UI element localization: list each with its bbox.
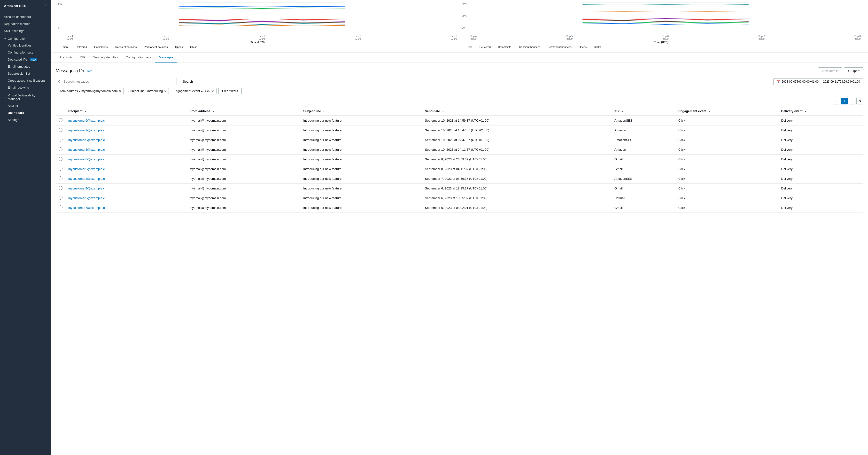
next-page-button[interactable]: › bbox=[848, 98, 856, 104]
row-subject-line: Introducing our new feature! bbox=[300, 174, 422, 184]
row-radio-cell[interactable] bbox=[56, 145, 65, 155]
row-select-radio[interactable] bbox=[59, 138, 62, 142]
row-subject-line: Introducing our new feature! bbox=[300, 184, 422, 193]
export-button[interactable]: ↑ Export bbox=[844, 67, 863, 74]
row-select-radio[interactable] bbox=[59, 176, 62, 180]
row-select-radio[interactable] bbox=[59, 167, 62, 171]
sort-isp-icon[interactable]: ▼ bbox=[621, 110, 624, 113]
sidebar-close-button[interactable]: × bbox=[45, 3, 47, 8]
row-recipient[interactable]: mycustomer1@example.c... bbox=[65, 125, 187, 135]
right-legend-permanent-bounces: Permanent bounces bbox=[543, 46, 571, 49]
row-recipient[interactable]: mycustomer0@example.c... bbox=[65, 135, 187, 145]
row-recipient[interactable]: mycustomer3@example.c... bbox=[65, 174, 187, 184]
row-recipient[interactable]: mycustomer9@example.c... bbox=[65, 116, 187, 125]
filter-tag-from-address-label: From address = myemail@mydomain.com bbox=[58, 89, 118, 93]
row-subject-line: Introducing our new feature! bbox=[300, 155, 422, 164]
col-delivery-event: Delivery event ▼ bbox=[778, 107, 863, 116]
date-range-text: 2023-09-05T00:00:00+01:00 — 2023-09-11T2… bbox=[781, 80, 860, 83]
sidebar-header: Amazon SES × bbox=[0, 0, 51, 11]
row-radio-cell[interactable] bbox=[56, 135, 65, 145]
tab-isp[interactable]: ISP bbox=[76, 53, 89, 62]
row-engagement-event: Click bbox=[676, 135, 778, 145]
sidebar-item-dashboard[interactable]: Dashboard bbox=[2, 109, 51, 116]
row-recipient[interactable]: mycustomer8@example.c... bbox=[65, 145, 187, 155]
row-radio-cell[interactable] bbox=[56, 125, 65, 135]
right-x-label-4: Sep 823:00 bbox=[855, 35, 861, 40]
sidebar-section-vdm[interactable]: ▼ Virtual Deliverability Manager bbox=[0, 91, 51, 102]
legend-permanent-bounces: Permanent bounces bbox=[139, 46, 167, 49]
row-recipient[interactable]: mycustomer4@example.c... bbox=[65, 184, 187, 193]
row-recipient[interactable]: mycustomer5@example.c... bbox=[65, 193, 187, 203]
remove-engagement-event-filter-button[interactable]: × bbox=[212, 89, 214, 93]
right-chart-panel: 40% 20% 0% bbox=[459, 0, 863, 49]
row-recipient[interactable]: mycustomer7@example.c... bbox=[65, 203, 187, 213]
sidebar-item-email-receiving[interactable]: Email receiving bbox=[2, 84, 51, 91]
row-send-date: September 6, 2023 at 08:02:01 (UTC+01:00… bbox=[422, 203, 612, 213]
row-select-radio[interactable] bbox=[59, 128, 62, 132]
filter-tags: From address = myemail@mydomain.com × Su… bbox=[56, 88, 863, 94]
row-radio-cell[interactable] bbox=[56, 155, 65, 164]
row-select-radio[interactable] bbox=[59, 206, 62, 209]
row-radio-cell[interactable] bbox=[56, 116, 65, 125]
row-from-address: myemail@mydomain.com bbox=[187, 116, 300, 125]
sort-recipient-icon[interactable]: ▼ bbox=[84, 110, 87, 113]
clear-filters-button[interactable]: Clear filters bbox=[218, 88, 242, 94]
remove-subject-line-filter-button[interactable]: × bbox=[164, 89, 166, 93]
row-select-radio[interactable] bbox=[59, 196, 62, 200]
sidebar-item-suppression-list[interactable]: Suppression list bbox=[2, 70, 51, 77]
prev-page-button[interactable]: ‹ bbox=[833, 98, 840, 104]
right-chart-axis-label: Time (UTC) bbox=[462, 41, 861, 43]
sidebar-item-configuration-sets[interactable]: Configuration sets bbox=[2, 49, 51, 56]
row-radio-cell[interactable] bbox=[56, 193, 65, 203]
row-select-radio[interactable] bbox=[59, 147, 62, 151]
row-radio-cell[interactable] bbox=[56, 174, 65, 184]
sort-delivery-event-icon[interactable]: ▼ bbox=[804, 110, 807, 113]
table-row: mycustomer0@example.c... myemail@mydomai… bbox=[56, 135, 863, 145]
row-subject-line: Introducing our new feature! bbox=[300, 116, 422, 125]
tab-messages[interactable]: Messages bbox=[155, 53, 177, 62]
sidebar-section-configuration[interactable]: ▼ Configuration bbox=[0, 34, 51, 42]
filter-tag-subject-line-label: Subject line : Introducing bbox=[128, 89, 163, 93]
date-range-filter[interactable]: 📅 2023-09-05T00:00:00+01:00 — 2023-09-11… bbox=[773, 78, 863, 85]
search-input[interactable] bbox=[56, 78, 177, 85]
col-isp: ISP ▼ bbox=[612, 107, 676, 116]
right-legend-opens: Opens bbox=[574, 46, 587, 49]
row-select-radio[interactable] bbox=[59, 118, 62, 122]
sort-engagement-event-icon[interactable]: ▼ bbox=[708, 110, 711, 113]
row-radio-cell[interactable] bbox=[56, 164, 65, 174]
sidebar-item-reputation-metrics[interactable]: Reputation metrics bbox=[0, 20, 51, 27]
sidebar: Amazon SES × Account dashboard Reputatio… bbox=[0, 0, 51, 455]
row-radio-cell[interactable] bbox=[56, 184, 65, 193]
sort-from-address-icon[interactable]: ▼ bbox=[212, 110, 215, 113]
row-radio-cell[interactable] bbox=[56, 203, 65, 213]
row-recipient[interactable]: mycustomer6@example.c... bbox=[65, 155, 187, 164]
sort-subject-line-icon[interactable]: ▼ bbox=[323, 110, 325, 113]
row-recipient[interactable]: mycustomer2@example.c... bbox=[65, 164, 187, 174]
row-from-address: myemail@mydomain.com bbox=[187, 155, 300, 164]
tab-accounts[interactable]: Accounts bbox=[56, 53, 76, 62]
right-y-label-mid: 20% bbox=[462, 14, 469, 17]
tab-sending-identities[interactable]: Sending identities bbox=[89, 53, 122, 62]
sidebar-item-smtp-settings[interactable]: SMTP settings bbox=[0, 27, 51, 34]
messages-table-wrap: Recipient ▼ From address ▼ Subject line … bbox=[56, 107, 863, 213]
filter-tag-engagement-event: Engagement event = Click × bbox=[171, 88, 216, 94]
sort-send-date-icon[interactable]: ▼ bbox=[442, 110, 444, 113]
sidebar-item-advisor[interactable]: Advisor bbox=[2, 102, 51, 109]
sidebar-item-cross-account-notifications[interactable]: Cross-account notifications bbox=[2, 77, 51, 84]
sidebar-item-email-templates[interactable]: Email templates bbox=[2, 63, 51, 70]
page-settings-button[interactable]: ⚙ bbox=[857, 98, 863, 104]
sidebar-item-settings[interactable]: Settings bbox=[2, 116, 51, 123]
sidebar-item-dedicated-ips[interactable]: Dedicated IPs New bbox=[2, 56, 51, 63]
sidebar-item-account-dashboard[interactable]: Account dashboard bbox=[0, 13, 51, 20]
remove-from-address-filter-button[interactable]: × bbox=[119, 89, 121, 93]
sidebar-item-verified-identities[interactable]: Verified identities bbox=[2, 42, 51, 49]
current-page-button[interactable]: 1 bbox=[841, 98, 848, 104]
x-label-1: Sep 523:00 bbox=[162, 35, 169, 40]
row-select-radio[interactable] bbox=[59, 157, 62, 161]
search-button[interactable]: Search bbox=[179, 78, 197, 85]
row-subject-line: Introducing our new feature! bbox=[300, 203, 422, 213]
messages-info-link[interactable]: Info bbox=[87, 69, 92, 73]
tab-configuration-sets[interactable]: Configuration sets bbox=[122, 53, 155, 62]
row-select-radio[interactable] bbox=[59, 186, 62, 190]
view-details-button[interactable]: View details bbox=[818, 67, 842, 74]
